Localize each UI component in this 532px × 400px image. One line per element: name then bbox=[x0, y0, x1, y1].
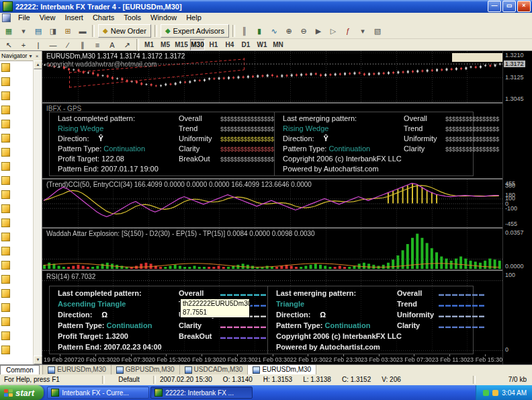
navigator-item[interactable] bbox=[0, 230, 34, 244]
zoom-out-icon[interactable]: ⊖ bbox=[297, 24, 310, 38]
title-bar[interactable]: 22222: Interbank FX Trader 4 - [EURUSDm,… bbox=[0, 0, 532, 13]
tray-app-icon[interactable] bbox=[483, 390, 489, 396]
rating-value: $$$$$$$$$$$$$$$$ bbox=[445, 136, 499, 143]
scroll-down-icon[interactable]: ▼ bbox=[34, 356, 42, 364]
timeframe-m30[interactable]: M30 bbox=[190, 39, 205, 50]
timeframe-w1[interactable]: W1 bbox=[255, 39, 269, 50]
pattern-type-label: Pattern Type: bbox=[58, 145, 101, 153]
navigator-pin-icon[interactable]: ▾ bbox=[28, 52, 34, 60]
taskbar-task-0[interactable]: Interbank FX - Curre... bbox=[47, 387, 149, 399]
timeframe-mn[interactable]: MN bbox=[271, 39, 285, 50]
channel-icon[interactable]: ∥ bbox=[76, 38, 89, 52]
navigator-item[interactable] bbox=[0, 202, 34, 216]
bar-chart-icon[interactable]: ║ bbox=[238, 24, 251, 38]
navigator-close-icon[interactable]: × bbox=[34, 52, 40, 60]
terminal-icon[interactable]: ▬ bbox=[76, 24, 89, 38]
close-button[interactable]: × bbox=[517, 1, 531, 12]
menu-window[interactable]: Window bbox=[146, 13, 181, 23]
chart-tab-2[interactable]: USDCADm,M30 bbox=[180, 365, 249, 374]
navigator-item[interactable] bbox=[0, 173, 34, 188]
timeframe-m1[interactable]: M1 bbox=[142, 39, 157, 50]
tab-common[interactable]: Common bbox=[0, 365, 40, 374]
navigator-item[interactable] bbox=[0, 159, 34, 173]
profiles-icon[interactable]: ▾ bbox=[17, 24, 30, 38]
new-chart-icon[interactable]: ▦ bbox=[2, 24, 15, 38]
navigator-item[interactable] bbox=[0, 315, 34, 329]
pattern-end-label: Pattern End: bbox=[58, 165, 99, 173]
zoom-in-icon[interactable]: ⊕ bbox=[282, 24, 296, 38]
navigator-item[interactable] bbox=[0, 61, 34, 75]
line-chart-icon[interactable]: ∿ bbox=[267, 24, 281, 38]
navigator-icon[interactable]: ⊞ bbox=[61, 24, 75, 38]
navigator-item[interactable] bbox=[0, 117, 34, 131]
indicators-icon[interactable]: ƒ bbox=[341, 24, 355, 38]
navigator-item[interactable] bbox=[0, 145, 34, 159]
navigator-item[interactable] bbox=[0, 343, 34, 357]
horizontal-line-icon[interactable]: — bbox=[46, 38, 60, 52]
timeframe-d1[interactable]: D1 bbox=[238, 39, 253, 50]
expert-advisor-icon bbox=[1, 63, 10, 72]
navigator-item[interactable] bbox=[0, 75, 34, 89]
rating-row: BreakOut$$$$$$$$$$$$$$$$ bbox=[179, 154, 274, 164]
rating-row: Overall▬▬▬▬▬▬▬ bbox=[179, 288, 267, 298]
trendline-icon[interactable]: ∕ bbox=[61, 38, 75, 52]
navigator-item[interactable] bbox=[0, 258, 34, 272]
navigator-item[interactable] bbox=[0, 216, 34, 230]
minimize-button[interactable]: — bbox=[488, 1, 501, 12]
crosshair-icon[interactable]: + bbox=[17, 38, 30, 52]
navigator-item[interactable] bbox=[0, 103, 34, 117]
timeframe-m5[interactable]: M5 bbox=[158, 39, 173, 50]
axis-value: -455 bbox=[505, 221, 517, 227]
time-label: 20 Feb 23:30 bbox=[219, 356, 255, 363]
scroll-up-icon[interactable]: ▲ bbox=[34, 61, 42, 69]
chart-shift-icon[interactable]: ▷ bbox=[326, 24, 340, 38]
new-order-button[interactable]: ◆ New Order bbox=[98, 24, 151, 38]
navigator-item[interactable] bbox=[0, 188, 34, 202]
chart-tab-0[interactable]: EURUSDm,M30 bbox=[43, 365, 112, 374]
menu-view[interactable]: View bbox=[35, 13, 60, 23]
arrows-icon[interactable]: ↗ bbox=[120, 38, 134, 52]
rating-label: Overall bbox=[179, 114, 220, 124]
periods-icon[interactable]: ▾ bbox=[356, 24, 369, 38]
expert-advisors-button[interactable]: ◆ Expert Advisors bbox=[161, 24, 229, 38]
restore-button[interactable]: ▭ bbox=[502, 1, 516, 12]
start-button[interactable]: start bbox=[0, 385, 44, 400]
navigator-scrollbar[interactable]: ▲ ▼ bbox=[33, 61, 42, 364]
toolbar-separator bbox=[92, 25, 95, 37]
window-title: 22222: Interbank FX Trader 4 - [EURUSDm,… bbox=[15, 3, 486, 11]
rating-label: Overall bbox=[397, 288, 439, 298]
timeframe-m15[interactable]: M15 bbox=[174, 39, 189, 50]
chart-tab-3[interactable]: EURUSDm,M30 bbox=[248, 365, 316, 374]
cursor-icon[interactable]: ↖ bbox=[2, 38, 15, 52]
timeframe-h4[interactable]: H4 bbox=[222, 39, 237, 50]
navigator-item[interactable] bbox=[0, 272, 34, 286]
candlestick-icon[interactable]: ▮ bbox=[253, 24, 266, 38]
chart-tab-1[interactable]: GBPUSDm,M30 bbox=[112, 365, 180, 374]
panel-splitter[interactable] bbox=[42, 102, 532, 104]
templates-icon[interactable]: ▧ bbox=[371, 24, 384, 38]
navigator-item[interactable] bbox=[0, 89, 34, 103]
menu-insert[interactable]: Insert bbox=[60, 13, 88, 23]
menu-charts[interactable]: Charts bbox=[88, 13, 119, 23]
navigator-item[interactable] bbox=[0, 301, 34, 315]
data-window-icon[interactable]: ◨ bbox=[46, 24, 60, 38]
auto-scroll-icon[interactable]: ▶ bbox=[312, 24, 325, 38]
panel-splitter[interactable] bbox=[42, 270, 532, 271]
taskbar-task-1[interactable]: 22222: Interbank FX ... bbox=[150, 387, 253, 399]
text-icon[interactable]: A bbox=[105, 38, 119, 52]
menu-tools[interactable]: Tools bbox=[119, 13, 146, 23]
navigator-item[interactable] bbox=[0, 329, 34, 343]
fibonacci-icon[interactable]: ≡ bbox=[91, 38, 104, 52]
tray-volume-icon[interactable] bbox=[492, 390, 498, 396]
navigator-item[interactable] bbox=[0, 131, 34, 145]
navigator-item[interactable] bbox=[0, 244, 34, 258]
menu-help[interactable]: Help bbox=[181, 13, 206, 23]
market-watch-icon[interactable]: ▤ bbox=[32, 24, 45, 38]
chart-tab-icon bbox=[116, 366, 124, 374]
vertical-line-icon[interactable]: | bbox=[32, 38, 45, 52]
panel-splitter[interactable] bbox=[42, 178, 532, 179]
panel-splitter[interactable] bbox=[42, 227, 532, 229]
timeframe-h1[interactable]: H1 bbox=[206, 39, 221, 50]
menu-file[interactable]: File bbox=[13, 13, 35, 23]
navigator-item[interactable] bbox=[0, 286, 34, 301]
